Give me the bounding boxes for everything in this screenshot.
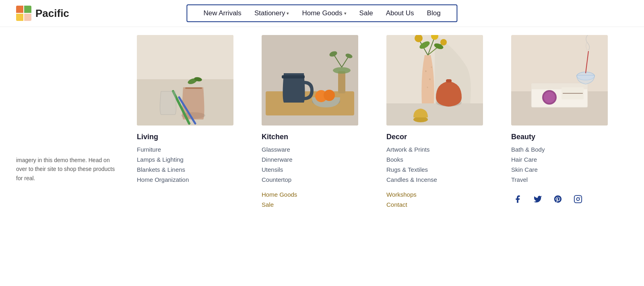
instagram-icon[interactable] [572,193,584,206]
category-decor-links: Artwork & Prints Books Rugs & Textiles C… [386,146,495,183]
link-utensils[interactable]: Utensils [262,166,370,173]
nav-new-arrivals[interactable]: New Arrivals [197,8,248,18]
category-decor-image [386,35,483,126]
link-books[interactable]: Books [386,156,495,163]
main-nav: New Arrivals Stationery ▾ Home Goods ▾ S… [186,4,457,22]
category-decor: Decor Artwork & Prints Books Rugs & Text… [378,35,503,211]
category-living-title: Living [137,133,246,141]
stationery-chevron-icon: ▾ [287,11,289,16]
categories-grid: Living Furniture Lamps & Lighting Blanke… [129,35,628,211]
svg-rect-11 [282,75,305,78]
nav-blog[interactable]: Blog [421,8,447,18]
svg-point-14 [324,90,335,101]
svg-rect-3 [185,87,202,89]
svg-rect-22 [386,103,483,126]
link-candles-incense[interactable]: Candles & Incense [386,176,495,183]
svg-rect-28 [446,79,452,82]
category-beauty: Beauty Bath & Body Hair Care Skin Care T… [503,35,628,211]
svg-rect-15 [338,71,345,93]
svg-point-35 [440,39,447,45]
svg-point-29 [413,117,428,122]
link-bath-body[interactable]: Bath & Body [511,146,620,153]
category-kitchen-image [262,35,358,126]
category-beauty-image [511,35,608,126]
link-blankets-linens[interactable]: Blankets & Linens [137,166,246,173]
social-icons-row [511,193,620,206]
section-link-workshops[interactable]: Workshops [386,191,495,198]
svg-point-24 [429,78,431,80]
link-countertop[interactable]: Countertop [262,176,370,183]
nav-stationery[interactable]: Stationery ▾ [248,8,296,18]
category-kitchen-title: Kitchen [262,133,370,141]
logo-icon [16,6,31,21]
twitter-icon[interactable] [531,193,544,206]
sidebar-text-area: imagery in this demo theme. Head on over… [16,35,129,211]
svg-point-25 [427,87,428,88]
link-rugs-textiles[interactable]: Rugs & Textiles [386,166,495,173]
link-lamps-lighting[interactable]: Lamps & Lighting [137,156,246,163]
svg-point-23 [425,70,427,72]
link-artwork-prints[interactable]: Artwork & Prints [386,146,495,153]
section-link-contact[interactable]: Contact [386,201,495,208]
svg-rect-48 [574,195,582,203]
svg-point-26 [431,67,432,68]
link-dinnerware[interactable]: Dinnerware [262,156,370,163]
category-beauty-title: Beauty [511,133,620,141]
link-home-organization[interactable]: Home Organization [137,176,246,183]
nav-sale[interactable]: Sale [353,8,380,18]
section-link-sale[interactable]: Sale [262,201,370,208]
link-hair-care[interactable]: Hair Care [511,156,620,163]
dropdown-panel: imagery in this demo theme. Head on over… [0,27,644,227]
pinterest-icon[interactable] [551,193,564,206]
nav-home-goods[interactable]: Home Goods ▾ [295,8,353,18]
category-decor-title: Decor [386,133,495,141]
category-kitchen-links: Glassware Dinnerware Utensils Countertop [262,146,370,183]
section-link-home-goods[interactable]: Home Goods [262,191,370,198]
link-travel[interactable]: Travel [511,176,620,183]
category-kitchen: Kitchen Glassware Dinnerware Utensils Co… [254,35,378,211]
svg-point-43 [544,92,555,103]
dropdown-inner: imagery in this demo theme. Head on over… [16,35,628,211]
svg-point-16 [333,67,351,74]
link-glassware[interactable]: Glassware [262,146,370,153]
svg-rect-1 [137,35,233,79]
link-skin-care[interactable]: Skin Care [511,166,620,173]
link-furniture[interactable]: Furniture [137,146,246,153]
category-living: Living Furniture Lamps & Lighting Blanke… [129,35,254,211]
header: Pacific New Arrivals Stationery ▾ Home G… [0,0,644,27]
logo[interactable]: Pacific [16,6,69,21]
category-living-links: Furniture Lamps & Lighting Blankets & Li… [137,146,246,183]
logo-text: Pacific [35,7,69,20]
nav-about-us[interactable]: About Us [380,8,421,18]
category-living-image [137,35,233,126]
home-goods-chevron-icon: ▾ [344,11,347,16]
sidebar-description: imagery in this demo theme. Head on over… [16,156,121,183]
facebook-icon[interactable] [511,193,524,206]
category-beauty-links: Bath & Body Hair Care Skin Care Travel [511,146,620,183]
